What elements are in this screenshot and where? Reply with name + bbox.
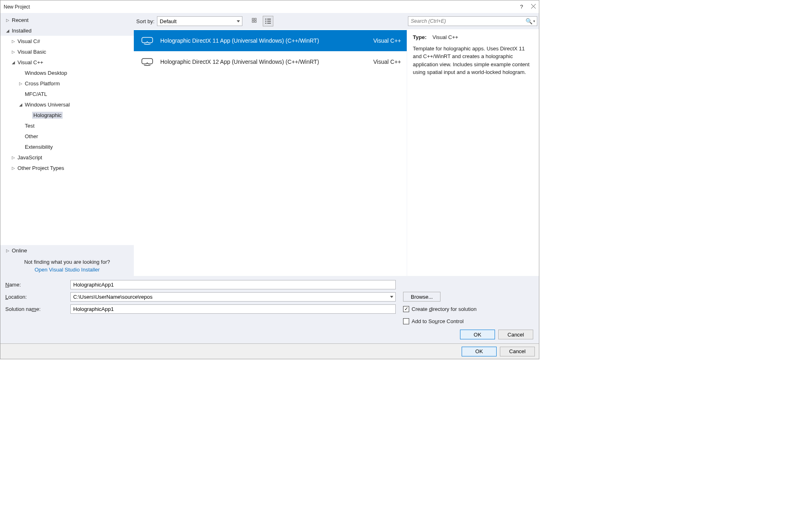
template-list: Holographic DirectX 11 App (Universal Wi… xyxy=(134,29,407,276)
tree-item[interactable]: ◢Windows Universal xyxy=(0,99,134,110)
center-column: Sort by: Holographic DirectX 11 App (Uni… xyxy=(134,13,407,276)
svg-rect-8 xyxy=(265,23,266,24)
solution-name-input[interactable] xyxy=(70,304,396,314)
cancel-button[interactable]: Cancel xyxy=(498,330,533,339)
template-description: Template for holographic apps. Uses Dire… xyxy=(413,45,533,76)
tree-item[interactable]: Holographic xyxy=(0,110,134,120)
svg-rect-7 xyxy=(267,21,271,22)
svg-rect-3 xyxy=(255,21,256,22)
new-project-dialog: New Project ? ▷ Recent ◢ Installed ▷Visu… xyxy=(0,0,539,359)
svg-rect-6 xyxy=(265,21,266,22)
ok-button[interactable]: OK xyxy=(460,330,495,339)
holographic-goggles-icon xyxy=(138,36,156,45)
browse-button[interactable]: Browse... xyxy=(403,292,440,302)
type-label: Type: xyxy=(413,34,427,40)
tree-item-label: JavaScript xyxy=(17,154,42,161)
svg-rect-0 xyxy=(252,18,254,20)
svg-rect-9 xyxy=(267,23,271,24)
sort-by-select[interactable] xyxy=(157,16,242,26)
tree-item[interactable]: ◢Visual C++ xyxy=(0,57,134,67)
category-tree-panel: ▷ Recent ◢ Installed ▷Visual C#▷Visual B… xyxy=(0,13,134,276)
tree-item-label: Windows Universal xyxy=(25,102,70,108)
tree-item-label: Visual Basic xyxy=(17,49,46,55)
tree-item[interactable]: Test xyxy=(0,120,134,131)
chevron-right-icon: ▷ xyxy=(12,166,17,170)
dialog-body: ▷ Recent ◢ Installed ▷Visual C#▷Visual B… xyxy=(0,13,539,343)
tree-item[interactable]: ▷Visual C# xyxy=(0,36,134,46)
tree-item-label: Visual C# xyxy=(17,38,40,44)
template-language: Visual C++ xyxy=(358,59,403,65)
titlebar-controls: ? xyxy=(520,4,536,10)
tree-item-label: Extensibility xyxy=(25,144,53,150)
tree-item[interactable]: Other xyxy=(0,131,134,141)
grid-view-button[interactable] xyxy=(250,16,260,26)
chevron-right-icon: ▷ xyxy=(12,39,17,43)
tree-item[interactable]: Extensibility xyxy=(0,141,134,152)
tree-item-label: Test xyxy=(25,123,35,129)
search-dropdown-icon[interactable]: ▾ xyxy=(533,19,535,23)
location-input[interactable] xyxy=(70,292,396,302)
search-row: 🔍 ▾ xyxy=(407,13,539,29)
tree-item[interactable]: Windows Desktop xyxy=(0,67,134,78)
name-label: Name: xyxy=(5,282,70,288)
template-item[interactable]: Holographic DirectX 12 App (Universal Wi… xyxy=(134,51,407,72)
svg-rect-5 xyxy=(267,19,271,20)
template-info: Type: Visual C++ Template for holographi… xyxy=(407,29,539,276)
template-language: Visual C++ xyxy=(358,37,403,44)
search-icon[interactable]: 🔍 xyxy=(525,18,532,24)
tree-item-label: Holographic xyxy=(32,112,63,119)
holographic-goggles-icon xyxy=(138,57,156,66)
chevron-down-icon: ◢ xyxy=(19,102,25,107)
tree-items: ▷Visual C#▷Visual Basic◢Visual C++Window… xyxy=(0,36,134,245)
create-directory-checkbox[interactable] xyxy=(403,306,409,312)
template-item[interactable]: Holographic DirectX 11 App (Universal Wi… xyxy=(134,30,407,51)
chevron-right-icon: ▷ xyxy=(6,248,12,253)
type-value: Visual C++ xyxy=(432,34,458,40)
help-icon[interactable]: ? xyxy=(520,4,523,10)
outer-cancel-button[interactable]: Cancel xyxy=(500,347,535,356)
create-directory-label: Create directory for solution xyxy=(412,306,477,312)
outer-button-bar: OK Cancel xyxy=(0,343,539,359)
main-row: ▷ Recent ◢ Installed ▷Visual C#▷Visual B… xyxy=(0,13,539,276)
template-name: Holographic DirectX 11 App (Universal Wi… xyxy=(156,37,358,44)
chevron-right-icon: ▷ xyxy=(12,155,17,160)
list-view-button[interactable] xyxy=(263,16,273,26)
name-input[interactable] xyxy=(70,280,396,289)
chevron-down-icon: ◢ xyxy=(6,28,12,33)
info-panel: 🔍 ▾ Type: Visual C++ Template for hologr… xyxy=(407,13,539,276)
tree-item-label: Other xyxy=(25,133,38,139)
outer-ok-button[interactable]: OK xyxy=(462,347,497,356)
tree-item-label: Other Project Types xyxy=(17,165,64,171)
window-title: New Project xyxy=(4,4,520,10)
tree-installed[interactable]: ◢ Installed xyxy=(0,25,134,36)
tree-item[interactable]: MFC/ATL xyxy=(0,89,134,99)
svg-rect-4 xyxy=(265,19,266,20)
toolbar: Sort by: xyxy=(134,13,407,29)
location-label: Location: xyxy=(5,294,70,300)
solution-name-label: Solution name: xyxy=(5,306,70,312)
search-input[interactable] xyxy=(408,18,525,24)
close-icon[interactable] xyxy=(531,4,536,10)
source-control-checkbox[interactable] xyxy=(403,318,409,324)
tree-item-label: Cross Platform xyxy=(25,80,60,87)
chevron-right-icon: ▷ xyxy=(12,50,17,54)
tree-item-label: Visual C++ xyxy=(17,59,43,65)
titlebar: New Project ? xyxy=(0,0,539,13)
chevron-right-icon: ▷ xyxy=(6,18,12,22)
open-installer-link[interactable]: Open Visual Studio Installer xyxy=(0,267,134,273)
not-finding-text: Not finding what you are looking for? xyxy=(0,259,134,265)
tree-item[interactable]: ▷Other Project Types xyxy=(0,163,134,173)
svg-rect-1 xyxy=(255,18,256,20)
tree-footer: Not finding what you are looking for? Op… xyxy=(0,256,134,276)
tree-online[interactable]: ▷ Online xyxy=(0,245,134,256)
tree-item[interactable]: ▷Visual Basic xyxy=(0,46,134,57)
sort-by-label: Sort by: xyxy=(136,18,155,24)
tree-item[interactable]: ▷JavaScript xyxy=(0,152,134,163)
tree-item[interactable]: ▷Cross Platform xyxy=(0,78,134,89)
tree-recent[interactable]: ▷ Recent xyxy=(0,15,134,25)
svg-rect-2 xyxy=(252,21,254,22)
tree-item-label: MFC/ATL xyxy=(25,91,47,97)
source-control-label: Add to Source Control xyxy=(412,318,464,324)
search-box: 🔍 ▾ xyxy=(408,16,537,26)
tree-item-label: Windows Desktop xyxy=(25,70,67,76)
